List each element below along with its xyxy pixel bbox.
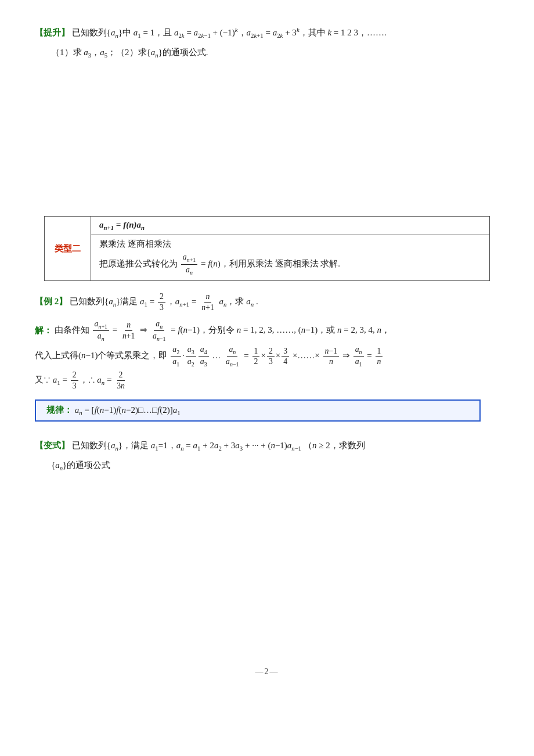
- method-row1: 累乘法 逐商相乘法: [99, 239, 481, 250]
- bianshi-block: 【变式】 已知数列{an}，满足 a1=1，an = a1 + 2a2 + 3a…: [35, 437, 499, 474]
- frac-3-4: 3 4: [282, 346, 289, 368]
- frac-an1-an: an+1 an: [93, 319, 109, 343]
- solution-line3: 又∵ a1 = 23，∴ an = 23n: [35, 370, 499, 391]
- table-frac: an+1 an: [181, 252, 197, 276]
- frac-a4-a3: a4 a3: [199, 344, 209, 369]
- guilv-box: 规律： an = [f(n−1)f(n−2)□…□f(2)]a1: [35, 399, 481, 422]
- page: 【提升】 已知数列{an}中 a1 = 1，且 a2k = a2k−1 + (−…: [35, 23, 499, 732]
- frac-an-a1-fin: an a1: [353, 344, 364, 369]
- tag-example2: 【例 2】: [35, 297, 67, 306]
- guilv-label: 规律：: [46, 405, 73, 415]
- bianshi-line1: 【变式】 已知数列{an}，满足 a1=1，an = a1 + 2a2 + 3a…: [35, 437, 499, 455]
- solution-block: 解： 由条件知 an+1 an = n n+1 ⇒ an an−1 = f(n−…: [35, 319, 499, 391]
- sub-problem-text: （1）求 a3，a5；（2）求{an}的通项公式.: [51, 48, 208, 57]
- table-method-cell: 累乘法 逐商相乘法 把原递推公式转化为 an+1 an = f(n)，利用累乘法…: [91, 235, 490, 280]
- blank-work-area-top: [35, 72, 499, 200]
- frac-1-n: 1 n: [376, 346, 383, 368]
- sol-text3: 又∵ a1 = 23，∴ an = 23n: [35, 375, 128, 384]
- sol-text2: 代入上式得(n−1)个等式累乘之，即 a2 a1 · a3 a2 a4 a3 ……: [35, 351, 384, 360]
- frac-n1-n: n−1 n: [323, 346, 340, 368]
- table-type-label: 类型二: [45, 217, 91, 280]
- tag-bianshi: 【变式】: [35, 441, 70, 450]
- bianshi-line2: {an}的通项公式: [51, 456, 499, 475]
- method-row2: 把原递推公式转化为 an+1 an = f(n)，利用累乘法 逐商相乘法 求解.: [99, 252, 481, 276]
- guilv-text: an = [f(n−1)f(n−2)□…□f(2)]a1: [75, 405, 181, 415]
- bianshi-text: 已知数列{an}，满足 a1=1，an = a1 + 2a2 + 3a3 + ·…: [72, 441, 365, 450]
- type-table: 类型二 an+1 = f(n)an 累乘法 逐商相乘法 把原递推公式转化为 an…: [44, 216, 490, 280]
- sub-problems: （1）求 a3，a5；（2）求{an}的通项公式.: [51, 44, 499, 62]
- problem-line1: 【提升】 已知数列{an}中 a1 = 1，且 a2k = a2k−1 + (−…: [35, 23, 499, 42]
- solution-line2: 代入上式得(n−1)个等式累乘之，即 a2 a1 · a3 a2 a4 a3 ……: [35, 344, 499, 369]
- problem-text: 已知数列{an}中 a1 = 1，且 a2k = a2k−1 + (−1)k，a…: [72, 28, 387, 37]
- frac-an-an1: an an−1: [151, 319, 167, 343]
- frac-1-2: 1 2: [252, 346, 260, 368]
- table-formula-cell: an+1 = f(n)an: [91, 217, 490, 235]
- frac-a2-a1: a2 a1: [171, 344, 181, 369]
- top-section: 【提升】 已知数列{an}中 a1 = 1，且 a2k = a2k−1 + (−…: [35, 23, 499, 62]
- sol-text1: 由条件知 an+1 an = n n+1 ⇒ an an−1 = f(n−1)，…: [55, 325, 390, 334]
- page-number: —2—: [35, 667, 499, 676]
- example2-line: 【例 2】 已知数列{an}满足 a1 = 23，an+1 = nn+1 an，…: [35, 291, 499, 313]
- example2-text: 已知数列{an}满足 a1 = 23，an+1 = nn+1 an，求 an .: [70, 297, 258, 306]
- frac-n-n1: n n+1: [121, 320, 137, 341]
- blank-work-area-bottom: [35, 476, 499, 650]
- solution-line1: 解： 由条件知 an+1 an = n n+1 ⇒ an an−1 = f(n−…: [35, 319, 499, 343]
- tag-jie: 解：: [35, 325, 52, 334]
- tag-tisheng: 【提升】: [35, 28, 70, 37]
- frac-2-3: 2 3: [267, 346, 275, 368]
- bianshi-req: {an}的通项公式: [51, 460, 110, 470]
- frac-a3-a2: a3 a2: [186, 344, 196, 369]
- frac-an-an1r: an an−1: [224, 344, 240, 369]
